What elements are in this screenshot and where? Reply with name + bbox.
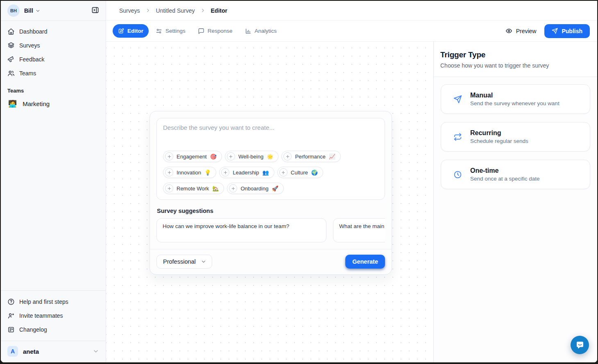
workspace-avatar: BH bbox=[7, 5, 20, 17]
trigger-option-one-time[interactable]: One-time Send once at a specific date bbox=[441, 160, 590, 189]
breadcrumb: Surveys Untitled Survey Editor bbox=[106, 1, 597, 20]
breadcrumb-survey-name[interactable]: Untitled Survey bbox=[156, 7, 195, 14]
sidebar-item-label: Feedback bbox=[19, 56, 44, 63]
plus-icon bbox=[165, 152, 173, 161]
workspace-name: Bill bbox=[24, 7, 33, 14]
breadcrumb-surveys[interactable]: Surveys bbox=[119, 7, 140, 14]
preview-button[interactable]: Preview bbox=[501, 24, 541, 38]
topic-chip-innovation[interactable]: Innovation 💡 bbox=[163, 167, 216, 178]
suggestion-card[interactable]: How can we improve work-life balance in … bbox=[156, 218, 326, 242]
sidebar-item-invite[interactable]: Invite teammates bbox=[4, 309, 102, 323]
sliders-icon bbox=[156, 28, 162, 34]
tab-label: Settings bbox=[165, 28, 186, 34]
sidebar-item-label: Help and first steps bbox=[19, 298, 68, 305]
teams-section-header: Teams bbox=[1, 80, 106, 96]
trigger-option-recurring[interactable]: Recurring Schedule regular sends bbox=[441, 122, 590, 151]
plus-icon bbox=[165, 184, 173, 192]
sidebar-item-surveys[interactable]: Surveys bbox=[4, 38, 102, 52]
chat-widget-button[interactable] bbox=[571, 336, 589, 354]
plus-icon bbox=[165, 168, 173, 176]
sidebar-item-feedback[interactable]: Feedback bbox=[4, 52, 102, 66]
trigger-type-panel: Trigger Type Choose how you want to trig… bbox=[433, 42, 597, 362]
topic-chip-remote-work[interactable]: Remote Work 🏡 bbox=[163, 183, 224, 194]
plus-icon bbox=[227, 152, 235, 161]
chip-emoji-icon: 🚀 bbox=[272, 185, 278, 192]
suggestion-card[interactable]: What are the main ob bbox=[333, 218, 385, 242]
publish-button[interactable]: Publish bbox=[544, 24, 590, 38]
chip-label: Performance bbox=[295, 154, 325, 160]
generate-button[interactable]: Generate bbox=[345, 255, 385, 269]
tab-label: Analytics bbox=[255, 28, 277, 34]
eye-icon bbox=[505, 27, 512, 34]
app-window: BH Bill Dashboard Surv bbox=[1, 1, 597, 362]
suggestions-title: Survey suggestions bbox=[157, 208, 385, 214]
tab-analytics[interactable]: Analytics bbox=[240, 24, 282, 38]
trigger-option-title: One-time bbox=[470, 167, 540, 174]
sidebar-item-help[interactable]: Help and first steps bbox=[4, 295, 102, 309]
sidebar-item-teams[interactable]: Teams bbox=[4, 66, 102, 80]
trigger-option-description: Schedule regular sends bbox=[470, 138, 528, 144]
sidebar: BH Bill Dashboard Surv bbox=[1, 1, 106, 362]
sidebar-item-label: Invite teammates bbox=[19, 312, 63, 319]
chip-emoji-icon: 💡 bbox=[204, 170, 211, 176]
tone-value: Professional bbox=[163, 258, 196, 265]
chip-emoji-icon: 📈 bbox=[329, 154, 335, 160]
chip-emoji-icon: 👥 bbox=[263, 170, 269, 176]
trigger-panel-header: Trigger Type Choose how you want to trig… bbox=[434, 42, 597, 77]
chip-label: Innovation bbox=[177, 170, 201, 176]
topic-chip-performance[interactable]: Performance 📈 bbox=[281, 151, 341, 162]
chip-emoji-icon: 🌍 bbox=[311, 170, 318, 176]
sidebar-footer-nav: Help and first steps Invite teammates Ch… bbox=[1, 290, 106, 341]
chevron-right-icon bbox=[200, 8, 206, 13]
message-square-icon bbox=[198, 28, 204, 34]
topic-chip-leadership[interactable]: Leadership 👥 bbox=[219, 167, 274, 178]
content-area: Describe the survey you want to create..… bbox=[106, 42, 597, 362]
sidebar-item-dashboard[interactable]: Dashboard bbox=[4, 25, 102, 38]
team-emoji-icon: 🧑‍💻 bbox=[8, 100, 17, 107]
user-menu[interactable]: A aneta bbox=[1, 341, 106, 362]
trigger-option-description: Send once at a specific date bbox=[470, 176, 540, 182]
panel-subtitle: Choose how you want to trigger the surve… bbox=[440, 62, 591, 69]
layers-icon bbox=[7, 42, 15, 49]
sidebar-nav: Dashboard Surveys Feedback Teams bbox=[1, 21, 106, 80]
chip-emoji-icon: 🎯 bbox=[210, 154, 217, 160]
user-avatar: A bbox=[7, 346, 18, 357]
bar-chart-icon bbox=[245, 28, 251, 34]
plus-icon bbox=[279, 168, 288, 176]
collapse-sidebar-button[interactable] bbox=[90, 5, 101, 17]
tab-settings[interactable]: Settings bbox=[150, 24, 191, 38]
tab-label: Editor bbox=[127, 28, 143, 34]
topic-chips: Engagement 🎯 Well-being 🌟 Performance bbox=[163, 151, 378, 194]
trigger-option-manual[interactable]: Manual Send the survey whenever you want bbox=[441, 84, 590, 114]
pencil-square-icon bbox=[118, 28, 124, 34]
sidebar-team-marketing[interactable]: 🧑‍💻 Marketing bbox=[4, 96, 102, 111]
tab-response[interactable]: Response bbox=[193, 24, 238, 38]
chip-label: Engagement bbox=[177, 154, 207, 160]
users-icon bbox=[7, 70, 15, 77]
clock-icon bbox=[453, 170, 462, 179]
panel-title: Trigger Type bbox=[440, 50, 591, 59]
tab-editor[interactable]: Editor bbox=[113, 24, 149, 38]
sidebar-item-label: Dashboard bbox=[19, 28, 48, 35]
editor-canvas[interactable]: Describe the survey you want to create..… bbox=[106, 42, 433, 362]
trigger-option-text: Manual Send the survey whenever you want bbox=[470, 92, 559, 106]
home-icon bbox=[7, 28, 15, 35]
chip-label: Remote Work bbox=[177, 185, 209, 192]
editor-toolbar: Editor Settings Response Analytics bbox=[106, 20, 597, 42]
workspace-switcher[interactable]: BH Bill bbox=[1, 1, 106, 21]
topic-chip-onboarding[interactable]: Onboarding 🚀 bbox=[227, 183, 283, 194]
sidebar-item-changelog[interactable]: Changelog bbox=[4, 323, 102, 337]
topic-chip-wellbeing[interactable]: Well-being 🌟 bbox=[225, 151, 279, 162]
survey-description-input[interactable]: Describe the survey you want to create..… bbox=[156, 118, 385, 200]
topic-chip-culture[interactable]: Culture 🌍 bbox=[277, 167, 323, 178]
send-icon bbox=[552, 28, 558, 34]
toolbar-actions: Preview Publish bbox=[501, 24, 590, 38]
changelog-icon bbox=[7, 326, 15, 333]
topic-chip-engagement[interactable]: Engagement 🎯 bbox=[163, 151, 222, 162]
chevron-down-icon bbox=[93, 348, 99, 355]
chevron-right-icon bbox=[145, 8, 151, 13]
tone-select[interactable]: Professional bbox=[156, 255, 212, 269]
repeat-icon bbox=[453, 133, 462, 141]
trigger-options: Manual Send the survey whenever you want… bbox=[434, 77, 597, 197]
panel-collapse-icon bbox=[91, 6, 99, 15]
